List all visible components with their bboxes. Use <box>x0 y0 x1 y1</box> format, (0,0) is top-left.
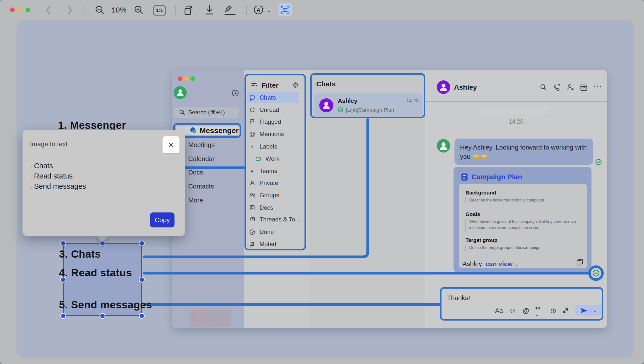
filter-item-muted[interactable]: Muted <box>249 239 276 250</box>
sidebar-item-contacts[interactable]: Contacts <box>184 182 214 191</box>
close-icon[interactable]: × <box>162 136 179 153</box>
more-options-icon[interactable]: ··· <box>593 82 602 91</box>
people-icon <box>249 192 256 198</box>
screenshot-editor-window: ❮ ❯ 10% 1:1 ✎ A ⌄ 1. Messenger <box>0 0 644 364</box>
image-to-text-ocr-button[interactable] <box>279 3 292 16</box>
selection-handle-sw[interactable] <box>60 313 66 319</box>
message-timestamp: 14:26 <box>425 118 607 125</box>
add-member-icon[interactable] <box>566 84 574 91</box>
svg-text:20: 20 <box>582 87 585 90</box>
filter-item-label: Teams <box>260 168 277 174</box>
filter-item-done[interactable]: Done <box>249 226 274 238</box>
sidebar-item-label: Calendar <box>188 155 215 163</box>
filter-item-label: Unread <box>260 106 279 113</box>
chevron-down-icon[interactable]: ⌄ <box>267 7 271 14</box>
filter-item-work[interactable]: Work <box>255 153 280 164</box>
filter-item-teams[interactable]: ▶ Teams <box>249 166 277 176</box>
search-in-chat-icon[interactable] <box>539 84 547 91</box>
filter-item-labels[interactable]: ▼ Labels <box>249 141 277 152</box>
messenger-logo-icon <box>190 127 196 134</box>
copy-card-icon[interactable] <box>576 259 583 266</box>
sidebar-item-docs[interactable]: Docs <box>184 168 203 177</box>
minimize-window-button[interactable] <box>18 8 23 12</box>
composer-toolbar: Aa ☺ @ ✂⌄ ⊕ ⌄ <box>495 304 602 317</box>
annotation-label-4[interactable]: 4. Read status <box>59 267 132 279</box>
sidebar-item-more[interactable]: More <box>184 196 203 205</box>
sidebar-item-meetings[interactable]: Meetings <box>184 140 215 149</box>
toolbar-divider <box>175 5 176 15</box>
doc-icon <box>249 205 256 211</box>
close-window-button[interactable] <box>10 8 15 12</box>
rotate-icon[interactable] <box>183 4 194 16</box>
zoom-level[interactable]: 10% <box>111 6 126 14</box>
actual-size-icon[interactable]: 1:1 <box>153 6 165 16</box>
emoji-icon[interactable]: ☺ <box>509 306 517 315</box>
annotation-label-1[interactable]: 1. Messenger <box>58 119 126 131</box>
zoom-out-icon[interactable] <box>95 5 105 15</box>
permission-dropdown[interactable]: can view <box>486 260 513 268</box>
send-button[interactable]: ⌄ <box>575 305 602 316</box>
back-chevron-icon[interactable]: ❮ <box>45 4 52 14</box>
sidebar-item-label: More <box>188 196 203 204</box>
annotation-box-filter: Filter ⚙ Chats Unread Flagged @ Mentions… <box>245 74 306 250</box>
user-avatar[interactable] <box>174 86 187 99</box>
forward-chevron-icon[interactable]: ❯ <box>66 4 74 14</box>
sidebar-promo-image <box>189 309 231 327</box>
calendar-icon[interactable]: 20 <box>580 84 587 91</box>
filter-item-mentions[interactable]: @ Mentions <box>249 128 284 140</box>
sidebar-item-messenger[interactable]: Messenger <box>176 126 239 135</box>
campaign-plan-card[interactable]: Campaign Plan Background Describe the ba… <box>454 167 591 272</box>
search-icon <box>179 109 185 115</box>
sidebar-item-calendar[interactable]: Calendar <box>184 154 215 163</box>
search-input[interactable]: Search (⌘+K) <box>174 107 239 118</box>
search-placeholder: Search (⌘+K) <box>188 109 225 116</box>
annotation-label-3[interactable]: 3. Chats <box>59 248 101 260</box>
filter-item-label: Private <box>260 180 278 186</box>
chevron-down-icon[interactable]: ⌄ <box>515 261 519 267</box>
zoom-in-icon[interactable] <box>133 5 144 15</box>
at-icon: @ <box>249 130 256 138</box>
copy-button[interactable]: Copy <box>150 212 174 228</box>
triangle-down-icon: ▼ <box>249 144 256 148</box>
date-chip <box>478 106 549 114</box>
selection-handle-ne[interactable] <box>139 240 145 246</box>
filter-item-groups[interactable]: Groups <box>249 190 279 201</box>
maximize-window-button[interactable] <box>26 8 30 12</box>
selection-handle-se[interactable] <box>139 313 145 319</box>
card-header[interactable]: Campaign Plan <box>461 173 522 181</box>
mention-icon[interactable]: @ <box>523 307 529 314</box>
fist-bump-emoji: 🤜🤛 <box>472 153 487 160</box>
screenshot-scissors-icon[interactable]: ✂⌄ <box>535 304 544 317</box>
gear-icon[interactable]: ⚙ <box>292 81 299 90</box>
expand-icon[interactable] <box>562 307 569 314</box>
annotation-label-5[interactable]: 5. Send messages <box>59 299 152 311</box>
section-heading: Target group <box>466 237 498 243</box>
message-bubble[interactable]: Hey Ashley. Looking forward to working w… <box>455 138 593 165</box>
filter-item-label: Flagged <box>260 118 281 125</box>
filter-item-unread[interactable]: Unread <box>249 104 279 115</box>
chat-list-item-ashley[interactable]: Ashley 14:28 [Link]Campaign Plan <box>314 93 423 117</box>
selection-handle-nw[interactable] <box>60 240 66 246</box>
filter-item-docs[interactable]: Docs <box>249 202 273 213</box>
attach-plus-icon[interactable]: ⊕ <box>550 306 556 315</box>
selection-handle-e[interactable] <box>139 276 145 282</box>
download-icon[interactable] <box>204 4 215 16</box>
card-body: Background Describe the background of th… <box>459 184 587 268</box>
filter-item-chats[interactable]: Chats <box>247 92 299 103</box>
format-icon[interactable]: Aa <box>495 307 503 314</box>
selection-handle-w[interactable] <box>60 276 66 282</box>
pen-icon[interactable]: ✎ <box>224 4 233 15</box>
conversation-title: Ashley <box>454 84 477 91</box>
filter-item-threads[interactable]: Threads & To... <box>249 214 300 225</box>
call-icon[interactable] <box>553 84 560 91</box>
composer-input[interactable]: Thanks! <box>447 294 470 302</box>
sidebar-item-label: Meetings <box>188 141 215 149</box>
selection-handle-s[interactable] <box>100 313 106 319</box>
filter-icon <box>251 82 258 89</box>
permission-user: Ashley <box>463 260 482 268</box>
send-options-chevron-icon[interactable]: ⌄ <box>593 308 596 313</box>
filter-item-flagged[interactable]: Flagged <box>249 116 281 127</box>
auto-annotate-icon[interactable]: A <box>253 4 265 16</box>
filter-item-private[interactable]: Private <box>249 178 278 188</box>
new-chat-plus-icon[interactable] <box>232 90 239 96</box>
